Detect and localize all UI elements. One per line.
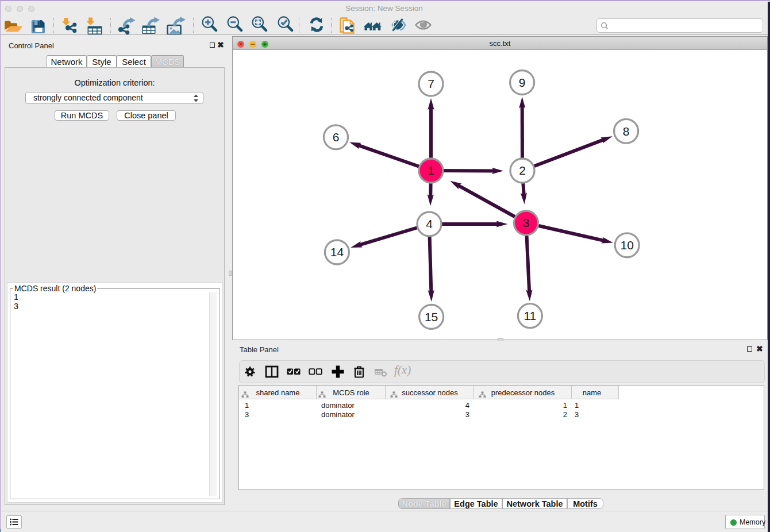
svg-text:15: 15 (425, 310, 438, 323)
svg-text:3: 3 (523, 216, 530, 229)
svg-text:✕: ✕ (238, 41, 243, 47)
svg-text:6: 6 (333, 130, 340, 144)
svg-text:2: 2 (519, 164, 526, 177)
svg-text:10: 10 (621, 238, 634, 252)
svg-text:9: 9 (519, 76, 526, 89)
svg-text:8: 8 (623, 125, 630, 138)
svg-text:14: 14 (330, 245, 344, 259)
svg-text:7: 7 (428, 77, 434, 90)
svg-text:11: 11 (523, 309, 536, 322)
svg-text:4: 4 (426, 217, 433, 230)
svg-text:1: 1 (428, 164, 434, 177)
